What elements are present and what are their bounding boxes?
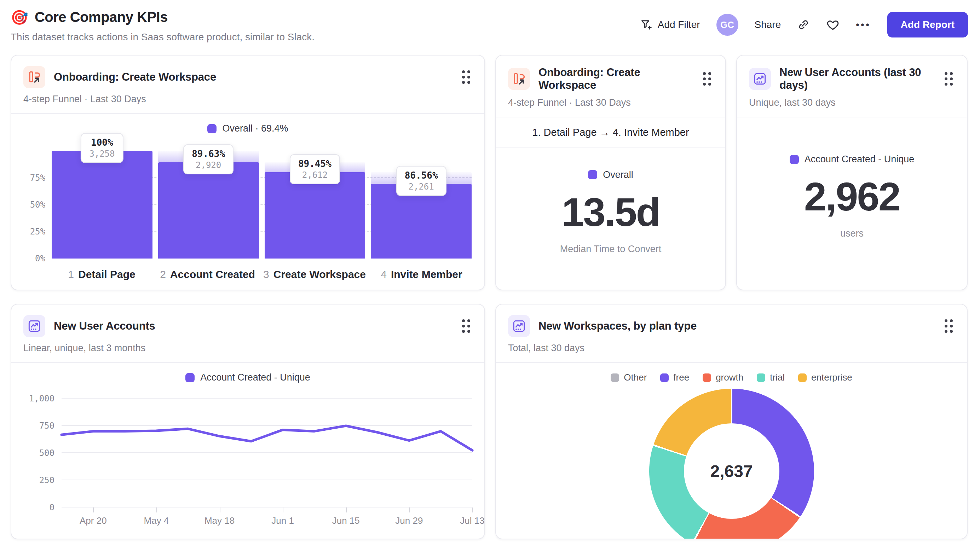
line-x-axis-label: Apr 20 [80,515,107,526]
metric-block: Overall 13.5d Median Time to Convert [496,148,725,290]
card-title: New User Accounts [54,320,452,332]
line-x-axis-label: Jun 15 [332,515,360,526]
funnel-plot[interactable]: 0%25%50%75%100%3,25889.63%2,92089.45%2,6… [52,151,472,259]
line-x-axis-label: Jul 13 [460,515,484,526]
drag-handle-icon[interactable] [942,70,955,88]
funnel-bar[interactable] [52,151,153,259]
legend-label: Overall · 69.4% [222,123,288,134]
drag-handle-icon[interactable] [460,68,473,86]
more-menu-button[interactable]: ••• [856,19,871,30]
card-time-to-convert: Onboarding: Create Workspace 4-step Funn… [495,55,726,291]
add-filter-button[interactable]: Add Filter [640,18,700,31]
toolbar: Add Filter GC Share ••• Add [640,12,968,38]
donut-legend-item[interactable]: trial [757,372,785,383]
donut-chart-area: Otherfreegrowthtrialenterprise 2,637 [496,363,967,539]
drag-handle-icon[interactable] [942,317,955,335]
funnel-tooltip-pct: 100% [89,137,115,148]
link-icon [797,18,810,31]
legend-swatch [588,170,597,179]
card-new-user-accounts-30d: New User Accounts (last 30 days) Unique,… [736,55,967,291]
legend-label: Other [624,372,647,383]
card-header: New User Accounts Linear, unique, last 3… [11,305,484,363]
line-y-axis-label: 750 [39,421,54,431]
insights-report-icon [23,315,45,337]
donut-wrap: 2,637 [649,389,814,539]
card-title: New Workspaces, by plan type [538,320,934,332]
funnel-tooltip: 86.56%2,261 [396,166,447,196]
line-x-axis-label: Jun 29 [395,515,423,526]
favorite-button[interactable] [826,18,840,32]
card-subtitle: Total, last 30 days [508,343,955,354]
add-filter-label: Add Filter [658,19,700,30]
card-subtitle: 4-step Funnel · Last 30 Days [23,94,473,105]
line-x-axis-labels: Apr 20May 4May 18Jun 1Jun 15Jun 29Jul 13 [62,515,473,534]
line-y-axis-label: 0 [49,503,54,513]
legend-label: growth [716,372,743,383]
board-emoji-icon: 🎯 [11,10,28,24]
funnel-tooltip: 89.45%2,612 [290,154,340,184]
funnel-step-name: Invite Member [391,268,462,280]
funnel-chart: Overall · 69.4% 0%25%50%75%100%3,25889.6… [11,114,484,290]
line-plot[interactable]: 02505007501,000 [62,399,473,508]
line-series-svg [62,399,473,508]
funnel-tooltip-value: 3,258 [89,149,115,159]
chart-legend[interactable]: Overall [588,169,633,180]
card-new-user-accounts-trend: New User Accounts Linear, unique, last 3… [11,304,485,539]
legend-label: enterprise [811,372,852,383]
add-report-button[interactable]: Add Report [887,12,968,38]
donut-legend-item[interactable]: free [660,372,689,383]
funnel-step-label: 3Create Workspace [263,268,366,281]
filter-plus-icon [640,18,653,31]
funnel-column[interactable]: 86.56%2,261 [371,151,472,259]
legend-swatch [611,373,619,382]
funnel-step-number: 3 [263,268,269,280]
funnel-tooltip-pct: 89.45% [298,159,331,169]
card-header: New Workspaces, by plan type Total, last… [496,305,967,363]
dashboard-grid: Onboarding: Create Workspace 4-step Funn… [0,55,980,539]
card-header: New User Accounts (last 30 days) Unique,… [737,56,967,118]
donut-legend-item[interactable]: Other [611,372,647,383]
card-title: Onboarding: Create Workspace [54,71,452,83]
funnel-bar[interactable] [158,162,259,259]
funnel-tooltip-value: 2,612 [298,170,331,180]
funnel-bar[interactable] [265,172,366,259]
page-subtitle: This dataset tracks actions in Saas soft… [11,32,315,43]
funnel-column[interactable]: 89.63%2,920 [158,151,259,259]
chart-legend[interactable]: Account Created - Unique [790,154,915,165]
funnel-step-label: 4Invite Member [371,268,472,281]
card-onboarding-funnel: Onboarding: Create Workspace 4-step Funn… [11,55,485,291]
donut-legend-item[interactable]: growth [703,372,743,383]
ellipsis-icon: ••• [856,19,871,30]
legend-swatch [703,373,711,382]
avatar[interactable]: GC [716,14,738,36]
legend-swatch [185,373,194,382]
drag-handle-icon[interactable] [701,70,713,88]
funnel-step-labels: 1Detail Page2Account Created3Create Work… [52,268,472,281]
funnel-step-label: 2Account Created [158,268,258,281]
funnel-column[interactable]: 100%3,258 [52,151,153,259]
drag-handle-icon[interactable] [460,317,473,335]
line-series-path[interactable] [62,426,473,450]
share-button[interactable]: Share [755,19,781,30]
legend-label: Overall [603,169,633,180]
funnel-step-number: 1 [68,268,74,280]
line-x-tick [409,508,410,513]
line-x-tick [93,508,94,513]
line-x-tick [473,508,473,513]
chart-legend[interactable]: Account Created - Unique [23,372,473,383]
funnel-range-label: 1. Detail Page → 4. Invite Member [496,118,725,148]
card-header: Onboarding: Create Workspace 4-step Funn… [11,56,484,114]
funnel-column[interactable]: 89.45%2,612 [265,151,366,259]
copy-link-button[interactable] [797,18,810,31]
funnel-tooltip: 89.63%2,920 [183,144,234,175]
donut-legend-item[interactable]: enterprise [798,372,852,383]
card-subtitle: Unique, last 30 days [749,97,955,108]
funnel-step-label: 1Detail Page [52,268,152,281]
line-chart: Account Created - Unique 02505007501,000… [11,363,484,538]
legend-swatch [207,124,216,133]
chart-legend[interactable]: Overall · 69.4% [22,123,474,134]
card-subtitle: Linear, unique, last 3 months [23,343,473,354]
line-x-axis-label: Jun 1 [271,515,294,526]
legend-label: Account Created - Unique [200,372,310,383]
funnel-report-icon [23,66,45,88]
